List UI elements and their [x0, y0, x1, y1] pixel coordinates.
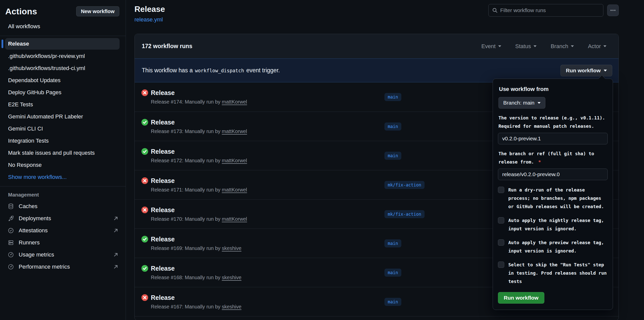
main-header: Release release.yml	[134, 0, 619, 34]
sidebar-item-label: Gemini CLI CI	[8, 125, 43, 132]
branch-badge[interactable]: main	[384, 269, 401, 277]
filter-label: Actor	[588, 43, 601, 50]
actor-link[interactable]: skeshive	[222, 245, 241, 251]
checkbox[interactable]	[498, 239, 504, 246]
sidebar-item-no-response[interactable]: No Response	[0, 159, 126, 171]
run-title-link[interactable]: Release	[151, 206, 247, 214]
banner-text-before: This workflow has a	[142, 67, 193, 74]
branch-badge[interactable]: main	[384, 298, 401, 306]
run-description: Release #170: Manually run by mattKorwel	[151, 215, 247, 223]
branch-badge[interactable]: main	[384, 122, 401, 131]
branch-badge[interactable]: main	[384, 239, 401, 247]
run-title-link[interactable]: Release	[151, 235, 241, 243]
run-description-text: Release #174: Manually run by	[151, 99, 222, 105]
actor-link[interactable]: skeshive	[222, 275, 241, 280]
check-circle-icon	[141, 148, 148, 155]
workflow-options-button[interactable]	[607, 5, 619, 16]
required-asterisk: *	[536, 159, 541, 165]
run-title-link[interactable]: Release	[151, 293, 241, 302]
checkbox[interactable]	[498, 187, 504, 193]
branch-badge[interactable]: mk/fix-action	[384, 210, 425, 218]
sidebar-item-performance-metrics[interactable]: Performance metrics	[0, 261, 126, 273]
sidebar-item-label: Attestations	[19, 227, 48, 234]
run-title-link[interactable]: Release	[151, 147, 247, 156]
filter-event[interactable]: Event	[481, 43, 501, 50]
run-workflow-dropdown-button[interactable]: Run workflow	[561, 65, 612, 76]
run-summary: ReleaseRelease #167: Manually run by ske…	[151, 293, 241, 310]
sidebar: Actions New workflow All workflows Relea…	[0, 0, 126, 320]
sidebar-item-label: Deployments	[19, 215, 51, 222]
filter-actor[interactable]: Actor	[588, 43, 606, 50]
sidebar-item-label: Caches	[19, 203, 38, 210]
sidebar-item-usage-metrics[interactable]: Usage metrics	[0, 249, 126, 261]
run-summary: ReleaseRelease #170: Manually run by mat…	[151, 206, 247, 223]
sidebar-item-label: Performance metrics	[19, 264, 70, 270]
actor-link[interactable]: mattKorwel	[222, 158, 247, 163]
sidebar-item-gemini-automated-pr-labeler[interactable]: Gemini Automated PR Labeler	[0, 111, 126, 123]
sidebar-item-github-workflows-pr-review-yml[interactable]: .github/workflows/pr-review.yml	[0, 50, 126, 62]
chevron-down-icon	[571, 45, 574, 47]
sidebar-item-label: Release	[8, 41, 29, 47]
sidebar-header: Actions New workflow	[0, 6, 126, 17]
run-title-link[interactable]: Release	[151, 88, 247, 97]
sidebar-item-label: Mark stale issues and pull requests	[8, 150, 95, 156]
sidebar-item-caches[interactable]: Caches	[0, 200, 126, 212]
run-summary: ReleaseRelease #171: Manually run by mat…	[151, 176, 247, 194]
actor-link[interactable]: mattKorwel	[222, 187, 247, 193]
sidebar-item-mark-stale-issues-and-pull-requests[interactable]: Mark stale issues and pull requests	[0, 147, 126, 159]
run-description-text: Release #172: Manually run by	[151, 158, 222, 163]
sidebar-item-e2e-tests[interactable]: E2E Tests	[0, 99, 126, 111]
run-description: Release #173: Manually run by mattKorwel	[151, 127, 247, 135]
run-title-link[interactable]: Release	[151, 264, 241, 273]
sidebar-item-release[interactable]: Release	[5, 38, 120, 50]
check-circle-icon	[141, 236, 148, 243]
divider	[0, 186, 126, 186]
management-header: Management	[8, 192, 126, 198]
sidebar-item-github-workflows-trusted-ci-yml[interactable]: .github/workflows/trusted-ci.yml	[0, 62, 126, 74]
checkbox[interactable]	[498, 262, 504, 268]
meter-icon	[8, 264, 14, 270]
checkbox-row: Auto apply the nightly release tag, inpu…	[498, 216, 608, 233]
branch-ref-input[interactable]	[498, 169, 608, 180]
check-circle-icon	[141, 265, 148, 272]
sidebar-item-runners[interactable]: Runners	[0, 237, 126, 249]
checkbox-label: Auto apply the nightly release tag, inpu…	[508, 216, 608, 233]
branch-badge[interactable]: main	[384, 152, 401, 160]
sidebar-item-integration-tests[interactable]: Integration Tests	[0, 135, 126, 147]
actor-link[interactable]: mattKorwel	[222, 129, 247, 134]
checkbox[interactable]	[498, 217, 504, 223]
run-description-text: Release #173: Manually run by	[151, 129, 222, 134]
sidebar-item-label: Gemini Automated PR Labeler	[8, 113, 83, 120]
x-circle-icon	[141, 294, 148, 301]
filter-workflow-runs-input[interactable]	[500, 7, 600, 13]
sidebar-item-attestations[interactable]: Attestations	[0, 225, 126, 237]
run-title-link[interactable]: Release	[151, 118, 247, 126]
database-icon	[8, 203, 14, 210]
run-title-link[interactable]: Release	[151, 176, 247, 185]
branch-badge[interactable]: mk/fix-action	[384, 181, 425, 189]
branch-badge[interactable]: main	[384, 93, 401, 101]
version-input[interactable]	[498, 133, 608, 144]
filter-status[interactable]: Status	[515, 43, 537, 50]
sidebar-item-dependabot-updates[interactable]: Dependabot Updates	[0, 74, 126, 86]
banner-text-after: event trigger.	[246, 67, 280, 74]
sidebar-item-all-workflows[interactable]: All workflows	[8, 23, 120, 30]
workflow-file-link[interactable]: release.yml	[134, 16, 163, 23]
run-workflow-submit-button[interactable]: Run workflow	[498, 292, 544, 304]
actions-title: Actions	[5, 7, 37, 16]
branch-selector-button[interactable]: Branch: main	[498, 97, 545, 109]
new-workflow-button[interactable]: New workflow	[76, 6, 119, 16]
sidebar-show-more-workflows[interactable]: Show more workflows...	[0, 171, 126, 183]
sidebar-item-gemini-cli-ci[interactable]: Gemini CLI CI	[0, 123, 126, 135]
run-description-text: Release #168: Manually run by	[151, 275, 222, 280]
sidebar-item-label: Usage metrics	[19, 251, 54, 258]
runs-list-overflow	[135, 316, 619, 320]
actor-link[interactable]: mattKorwel	[222, 216, 247, 222]
checkbox-row: Run a dry-run of the release process; no…	[498, 186, 608, 211]
actor-link[interactable]: mattKorwel	[222, 99, 247, 105]
sidebar-item-deploy-github-pages[interactable]: Deploy GitHub Pages	[0, 86, 126, 99]
run-summary: ReleaseRelease #173: Manually run by mat…	[151, 118, 247, 135]
actor-link[interactable]: skeshive	[222, 304, 241, 309]
sidebar-item-deployments[interactable]: Deployments	[0, 212, 126, 225]
filter-branch[interactable]: Branch	[551, 43, 574, 50]
